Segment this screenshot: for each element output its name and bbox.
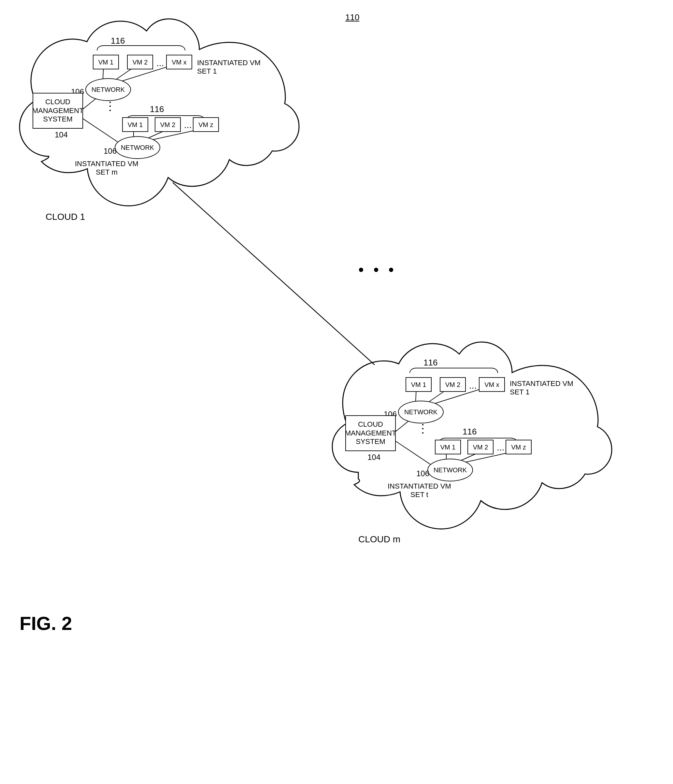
network-ellipse2-cloud1: NETWORK [115, 136, 160, 159]
vm1-cloudm-bot: VM 1 [435, 440, 461, 454]
network-ellipse1-cloud1: NETWORK [85, 78, 131, 101]
bracket-vms1-cloudm [410, 368, 498, 373]
cms-box-cloudm: CLOUDMANAGEMENTSYSTEM [345, 415, 396, 451]
vmx-cloudm-top: VM x [479, 377, 505, 392]
connecting-dots: • • • [358, 261, 396, 278]
vm2-cloudm-bot: VM 2 [467, 440, 494, 454]
vm2-cloudm-top: VM 2 [440, 377, 466, 392]
dots-top-cloudm: ... [469, 380, 477, 391]
ref-106-cm-bot: 106 [416, 469, 429, 478]
vm1-cloud1-bot: VM 1 [122, 117, 148, 132]
vm-setm-label-cloud1: INSTANTIATED VMSET m [75, 160, 139, 177]
dots-bot-cloud1: ... [184, 120, 192, 130]
cms-box-cloud1: CLOUDMANAGEMENTSYSTEM [33, 93, 83, 129]
dots-vertical-cloudm: ⋮ [417, 422, 430, 436]
ref-104-cloudm: 104 [368, 453, 380, 462]
cloud1-label: CLOUD 1 [45, 212, 85, 222]
vm2-cloud1-bot: VM 2 [155, 117, 181, 132]
vm1-cloud1-top: VM 1 [93, 55, 119, 69]
cloud-connection-line [173, 182, 375, 365]
ref-116-cm-top: 116 [424, 358, 438, 368]
ref-106-c1-bot: 106 [104, 146, 117, 156]
dots-top-cloud1: ... [156, 58, 164, 68]
ref-110: 110 [345, 12, 359, 22]
vm2-cloud1-top: VM 2 [127, 55, 153, 69]
vm-set1-label-cloudm: INSTANTIATED VMSET 1 [510, 380, 573, 397]
ref-116-c1-top: 116 [111, 36, 125, 46]
dots-vertical-cloud1: ⋮ [104, 100, 117, 113]
figure-title: FIG. 2 [20, 612, 72, 634]
vmz-cloudm-bot: VM z [506, 440, 531, 454]
vmx-cloud1-top: VM x [166, 55, 192, 69]
ref-104-cloud1: 104 [55, 130, 68, 139]
dots-bot-cloudm: ... [497, 442, 504, 453]
ref-116-cm-bot: 116 [463, 427, 477, 437]
network-ellipse1-cloudm: NETWORK [398, 401, 444, 423]
vm1-cloudm-top: VM 1 [405, 377, 432, 392]
ref-116-c1-bot: 116 [150, 104, 164, 114]
vm-set1-label-cloud1: INSTANTIATED VMSET 1 [197, 59, 260, 76]
vm-sett-label-cloudm: INSTANTIATED VMSET t [388, 482, 451, 499]
cloudm-label: CLOUD m [358, 534, 400, 544]
network-ellipse2-cloudm: NETWORK [427, 459, 473, 481]
bracket-vms1-cloud1 [97, 46, 185, 50]
vmz-cloud1-bot: VM z [193, 117, 219, 132]
